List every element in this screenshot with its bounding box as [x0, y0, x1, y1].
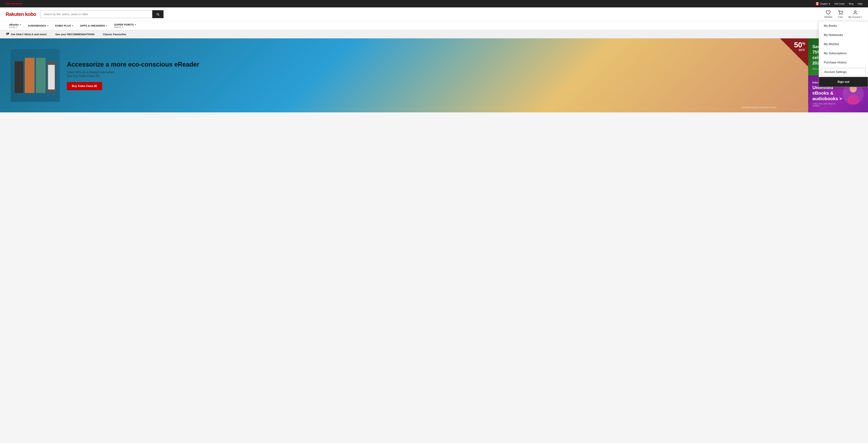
cart-icon	[838, 10, 843, 15]
nav-ebooks[interactable]: eBooks ▾ Credits: 0	[6, 21, 24, 30]
language-label: English	[820, 2, 828, 5]
logo[interactable]: Rakuten kobo	[6, 11, 36, 17]
search-button[interactable]	[152, 10, 163, 18]
nav-kobo-plus-chevron-icon: ▾	[72, 25, 73, 27]
hero-title: Accessorize a more eco-conscious eReader	[67, 61, 798, 68]
nav-audiobooks-label: AUDIOBOOKS	[28, 24, 46, 27]
hero-badge: 50% OFF	[780, 38, 808, 66]
nav-bar: eBooks ▾ Credits: 0 AUDIOBOOKS ▾ KOBO PL…	[0, 21, 868, 30]
wishlist-button[interactable]: Wishlist	[824, 10, 832, 18]
ebooks-credits: Credits: 0	[9, 26, 21, 28]
cart-button[interactable]: Cart	[838, 10, 843, 18]
hero-text-block: Accessorize a more eco-conscious eReader…	[60, 61, 798, 90]
dropdown-item-account-settings[interactable]: Account Settings	[821, 68, 866, 76]
nav-audiobooks[interactable]: AUDIOBOOKS ▾	[24, 21, 52, 30]
heart-icon	[826, 10, 831, 15]
hero-badge-text: 50% OFF	[794, 41, 805, 52]
wishlist-label: Wishlist	[824, 16, 832, 18]
promo-daily-deals-text: Get DAILY DEALS and more!	[11, 33, 47, 36]
my-account-label: My Account	[848, 16, 860, 18]
promo-recommendations-text: See your RECOMMENDATIONS	[55, 33, 94, 36]
nav-apps-ereaders-chevron-icon: ▾	[106, 25, 107, 27]
promo-classic-favourites[interactable]: Classic Favourites	[103, 33, 126, 36]
svg-rect-2	[818, 2, 819, 5]
svg-point-6	[855, 11, 856, 12]
header: Rakuten kobo Wishlist Cart	[0, 7, 868, 21]
earn-rewards-text[interactable]: Earn Rewards	[6, 2, 22, 5]
svg-point-4	[839, 14, 840, 14]
flag-icon: 🏴	[6, 32, 9, 36]
hero-devices-image	[10, 49, 60, 102]
promo-bar: 🏴 Get DAILY DEALS and more! See your REC…	[0, 30, 868, 38]
cart-label: Cart	[838, 16, 843, 18]
my-account-button[interactable]: My Account ∨	[848, 10, 862, 18]
blog-link[interactable]: Blog	[849, 2, 854, 5]
nav-ebooks-chevron-icon: ▾	[20, 24, 21, 26]
nav-apps-ereaders[interactable]: APPS & eREADERS ▾	[76, 21, 111, 30]
my-account-chevron-icon: ∨	[861, 16, 862, 18]
language-selector[interactable]: 🍁 English ▾	[815, 2, 830, 5]
top-bar: Earn Rewards 🍁 English ▾ Gift Cards Blog…	[0, 0, 868, 7]
help-link[interactable]: Help	[858, 2, 862, 5]
svg-point-5	[842, 14, 842, 14]
dropdown-item-my-books[interactable]: My Books	[819, 21, 868, 30]
account-icon	[853, 10, 858, 15]
main-content: Accessorize a more eco-conscious eReader…	[0, 38, 868, 112]
hero-banner: Accessorize a more eco-conscious eReader…	[0, 38, 808, 112]
gift-cards-link[interactable]: Gift Cards	[834, 2, 845, 5]
search-input[interactable]	[40, 10, 152, 18]
nav-ebooks-label: eBooks	[9, 23, 19, 26]
promo-classic-favourites-text: Classic Favourites	[103, 33, 126, 36]
dropdown-item-purchase-history[interactable]: Purchase History	[819, 58, 868, 67]
nav-kobo-plus-label: KOBO PLUS	[55, 24, 71, 27]
hero-cta-button[interactable]: Buy Kobo Clara 2E	[67, 82, 102, 90]
language-chevron-icon: ▾	[829, 2, 830, 5]
search-bar	[40, 10, 163, 18]
top-bar-right: 🍁 English ▾ Gift Cards Blog Help	[815, 2, 862, 5]
earn-rewards-link[interactable]: Earn Rewards	[6, 2, 22, 5]
svg-text:🍁: 🍁	[816, 3, 818, 5]
promo-recommendations[interactable]: See your RECOMMENDATIONS	[55, 33, 94, 36]
account-dropdown: My Books My Notebooks My Wishlist My Sub…	[819, 21, 868, 87]
logo-kobo: kobo	[24, 11, 36, 17]
nav-super-points-label: SUPER POINTS	[114, 23, 134, 26]
dropdown-item-my-subscriptions[interactable]: My Subscriptions	[819, 49, 868, 58]
dropdown-item-my-notebooks[interactable]: My Notebooks	[819, 30, 868, 40]
trial-note: *FREE TRIAL NOT VALID IN QUEBEC.	[812, 103, 843, 107]
search-icon	[156, 12, 160, 16]
promo-daily-deals[interactable]: 🏴 Get DAILY DEALS and more!	[6, 32, 47, 36]
nav-super-points[interactable]: SUPER POINTS ▾ Balance: 0	[111, 21, 140, 30]
hero-offer-ends: OFFER ENDS AUGUST 17TH	[742, 106, 776, 109]
hero-subtitle: Save 50% on a SleepCover whenyou buy Kob…	[67, 70, 798, 78]
sign-out-button[interactable]: Sign out	[819, 77, 868, 87]
nav-super-points-chevron-icon: ▾	[135, 24, 136, 26]
canada-flag-icon: 🍁	[815, 2, 819, 5]
nav-kobo-plus[interactable]: KOBO PLUS ▾	[52, 21, 76, 30]
super-points-balance: Balance: 0	[114, 26, 136, 28]
dropdown-item-my-wishlist[interactable]: My Wishlist	[819, 40, 868, 49]
nav-apps-ereaders-label: APPS & eREADERS	[80, 24, 105, 27]
unlimited-text: UnlimitedeBooks &audiobooks >	[812, 85, 843, 101]
header-right: Wishlist Cart My Account ∨	[824, 10, 862, 18]
logo-rakuten: Rakuten	[6, 11, 24, 17]
svg-point-8	[847, 95, 859, 105]
nav-audiobooks-chevron-icon: ▾	[47, 25, 48, 27]
